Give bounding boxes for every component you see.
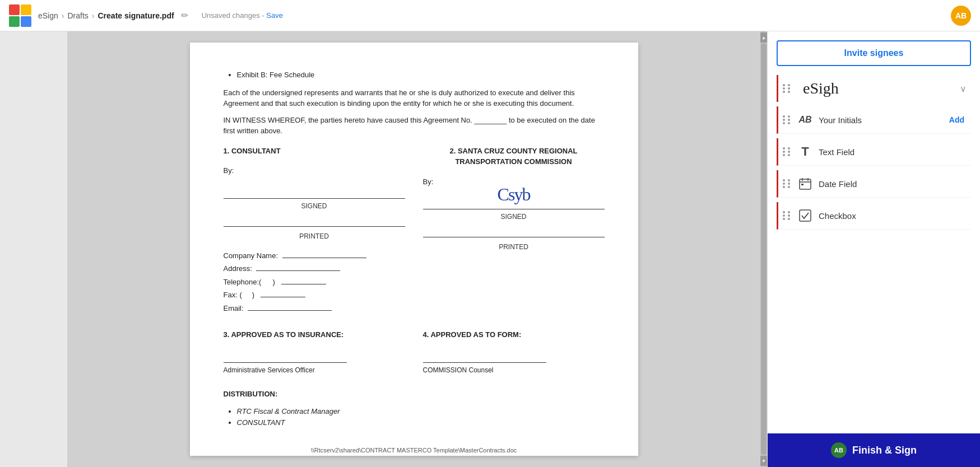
- col2-signature-image: Csyb: [498, 181, 530, 208]
- approved-sections: 3. APPROVED AS TO INSURANCE: Administrat…: [224, 329, 605, 375]
- col2-sig-line: Csyb: [423, 189, 605, 209]
- drag-handle-date: [783, 179, 792, 188]
- col-commission: 2. SANTA CRUZ COUNTY REGIONAL TRANSPORTA…: [423, 146, 605, 316]
- right-panel: Invite signees eSigh ∨ AB You: [767, 31, 980, 467]
- scrollbar-down[interactable]: ▼: [760, 456, 767, 466]
- initials-add-button[interactable]: Add: [947, 115, 967, 124]
- signature-expand-icon[interactable]: ∨: [960, 83, 967, 94]
- drag-handle-signature: [783, 84, 792, 93]
- company-name-field: Company Name:: [224, 250, 405, 261]
- exhibit-item: Exhibit B: Fee Schedule: [237, 69, 605, 81]
- date-field-icon: [797, 176, 813, 192]
- right-panel-content: Invite signees eSigh ∨ AB You: [768, 31, 980, 433]
- date-field-label: Date Field: [819, 179, 967, 189]
- drag-handle-checkbox: [783, 211, 792, 220]
- para-witness: IN WITNESS WHEREOF, the parties hereto h…: [224, 115, 605, 137]
- breadcrumb-drafts[interactable]: Drafts: [67, 11, 88, 20]
- breadcrumb-sep1: ›: [62, 11, 64, 20]
- document-scroll[interactable]: Exhibit B: Fee Schedule Each of the unde…: [67, 31, 760, 467]
- col-consultant: 1. CONSULTANT By: SIGNED PRINTED Company…: [224, 146, 405, 316]
- col1-print-line: [224, 213, 405, 227]
- text-field-icon: T: [797, 144, 813, 160]
- doc-scrollbar[interactable]: ▲ ▼: [760, 31, 767, 467]
- signature-item[interactable]: eSigh ∨: [777, 75, 971, 102]
- header: eSign › Drafts › Create signature.pdf ✏ …: [0, 0, 980, 31]
- list-item: RTC Fiscal & Contract Manager: [237, 406, 605, 417]
- drag-handle-text: [783, 147, 792, 156]
- unsaved-status: Unsaved changes - Save: [202, 11, 283, 20]
- edit-icon[interactable]: ✏: [181, 10, 188, 21]
- breadcrumb-app[interactable]: eSign: [38, 11, 58, 20]
- finish-sign-button[interactable]: AB Finish & Sign: [768, 433, 980, 467]
- col2-print-line: [423, 224, 605, 237]
- main-layout: Exhibit B: Fee Schedule Each of the unde…: [0, 31, 980, 467]
- left-gutter: [0, 31, 67, 467]
- footer-path: \\Rtcserv2\shared\CONTRACT MASTERCO Temp…: [224, 446, 605, 455]
- distribution-section: DISTRIBUTION: RTC Fiscal & Contract Mana…: [224, 389, 605, 428]
- telephone-field: Telephone:( ): [224, 277, 405, 288]
- admin-officer-label: Administrative Services Officer: [224, 365, 405, 375]
- approved-form-col: 4. APPROVED AS TO FORM: COMMISSION Couns…: [423, 329, 605, 375]
- checkbox-icon: [797, 208, 813, 223]
- approved-insurance-col: 3. APPROVED AS TO INSURANCE: Administrat…: [224, 329, 405, 375]
- col1-signed-label: SIGNED: [224, 201, 405, 211]
- col1-printed-label: PRINTED: [224, 231, 405, 241]
- finish-avatar: AB: [831, 442, 847, 458]
- form-fields: Company Name: Address: Telephone:( ): [224, 250, 405, 314]
- breadcrumb-current: Create signature.pdf: [98, 11, 174, 20]
- initials-label: Your Initials: [819, 115, 947, 125]
- signature-preview-text: eSigh: [803, 80, 955, 97]
- approved-insurance-line: [224, 349, 347, 363]
- fax-field: Fax: ( ): [224, 289, 405, 301]
- commission-counsel-label: COMMISSION Counsel: [423, 365, 605, 375]
- col2-title: 2. SANTA CRUZ COUNTY REGIONAL TRANSPORTA…: [423, 146, 605, 167]
- text-field-label: Text Field: [819, 147, 967, 157]
- svg-rect-5: [800, 210, 811, 221]
- text-field-item[interactable]: T Text Field: [777, 138, 971, 166]
- checkbox-label: Checkbox: [819, 211, 967, 221]
- approved-form-title: 4. APPROVED AS TO FORM:: [423, 329, 605, 340]
- invite-signees-button[interactable]: Invite signees: [777, 40, 971, 66]
- save-link[interactable]: Save: [266, 11, 283, 20]
- document-area: Exhibit B: Fee Schedule Each of the unde…: [67, 31, 760, 467]
- address-field: Address:: [224, 263, 405, 274]
- col1-title: 1. CONSULTANT: [224, 146, 405, 157]
- para-authorized: Each of the undersigned represents and w…: [224, 87, 605, 109]
- breadcrumb: eSign › Drafts › Create signature.pdf ✏: [38, 10, 188, 21]
- approved-insurance-title: 3. APPROVED AS TO INSURANCE:: [224, 329, 405, 340]
- email-field: Email:: [224, 303, 405, 314]
- initials-icon: AB: [797, 112, 813, 128]
- distribution-title: DISTRIBUTION:: [224, 389, 605, 400]
- initials-item[interactable]: AB Your Initials Add: [777, 106, 971, 134]
- finish-label: Finish & Sign: [852, 445, 917, 456]
- approved-form-line: [423, 349, 546, 363]
- drag-handle-initials: [783, 115, 792, 124]
- exhibit-list: Exhibit B: Fee Schedule: [237, 69, 605, 81]
- svg-rect-4: [801, 184, 803, 185]
- signature-columns: 1. CONSULTANT By: SIGNED PRINTED Company…: [224, 146, 605, 316]
- col1-by: By:: [224, 165, 405, 176]
- list-item: CONSULTANT: [237, 417, 605, 428]
- col1-sig-line: [224, 179, 405, 199]
- breadcrumb-sep2: ›: [92, 11, 95, 20]
- app-logo[interactable]: [9, 4, 31, 27]
- col2-printed-label: PRINTED: [423, 242, 605, 252]
- distribution-list: RTC Fiscal & Contract Manager CONSULTANT: [237, 406, 605, 428]
- scrollbar-up[interactable]: ▲: [760, 32, 767, 43]
- col2-signed-label: SIGNED: [423, 212, 605, 222]
- checkbox-item[interactable]: Checkbox: [777, 202, 971, 230]
- document-page: Exhibit B: Fee Schedule Each of the unde…: [190, 43, 638, 456]
- date-field-item[interactable]: Date Field: [777, 170, 971, 198]
- user-avatar[interactable]: AB: [951, 6, 971, 26]
- scrollbar-thumb[interactable]: [761, 44, 767, 455]
